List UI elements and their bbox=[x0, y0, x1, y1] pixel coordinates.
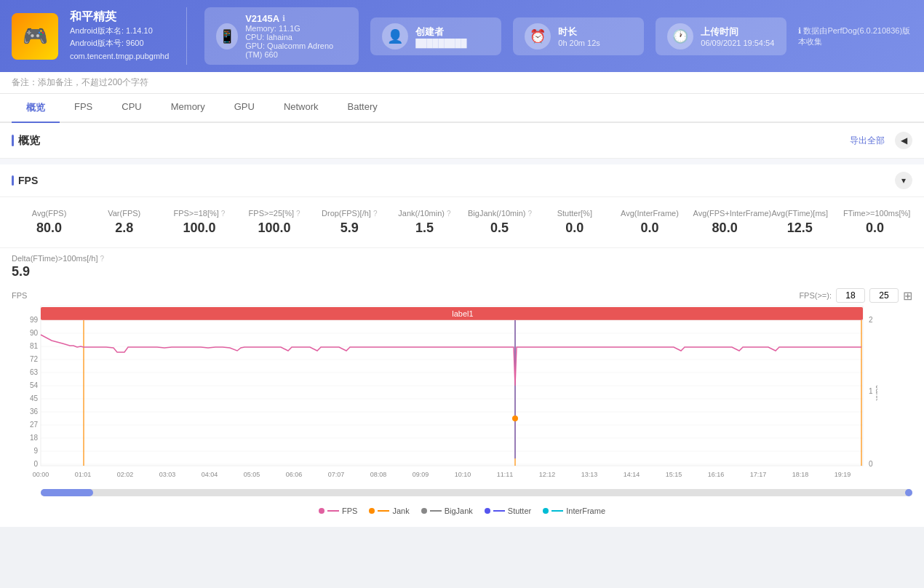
legend-interframe-label: InterFrame bbox=[566, 506, 605, 515]
svg-text:07:07: 07:07 bbox=[328, 471, 345, 478]
svg-text:Jank: Jank bbox=[875, 385, 877, 401]
legend-bigjank: BigJank bbox=[421, 506, 473, 515]
svg-text:17:17: 17:17 bbox=[750, 471, 767, 478]
svg-text:12:12: 12:12 bbox=[539, 471, 556, 478]
svg-text:06:06: 06:06 bbox=[286, 471, 303, 478]
help-icon-4[interactable]: ? bbox=[447, 210, 451, 218]
upload-value: 06/09/2021 19:54:54 bbox=[701, 39, 774, 47]
tab-memory[interactable]: Memory bbox=[156, 94, 220, 123]
creator-icon: 👤 bbox=[382, 23, 408, 49]
delta-label-text: Delta(FTime)>100ms[/h] bbox=[12, 254, 98, 263]
svg-point-35 bbox=[512, 416, 518, 421]
app-name: 和平精英 bbox=[70, 9, 169, 25]
device-memory: Memory: 11.1G bbox=[245, 24, 347, 33]
fps-section-title: FPS bbox=[12, 175, 38, 186]
legend-jank-label: Jank bbox=[392, 506, 409, 515]
svg-text:1: 1 bbox=[869, 387, 873, 395]
tab-gpu[interactable]: GPU bbox=[220, 94, 269, 123]
fps-threshold-input-1[interactable] bbox=[836, 288, 865, 303]
legend-bigjank-label: BigJank bbox=[445, 506, 473, 515]
fps-threshold-controls: FPS(>=): ⊞ bbox=[799, 288, 912, 303]
svg-text:90: 90 bbox=[30, 329, 39, 337]
notes-bar[interactable]: 备注：添加备注，不超过200个字符 bbox=[0, 72, 924, 94]
export-button[interactable]: 导出全部 bbox=[850, 135, 885, 147]
tab-cpu[interactable]: CPU bbox=[107, 94, 156, 123]
svg-text:08:08: 08:08 bbox=[370, 471, 387, 478]
scrollbar-right-handle[interactable] bbox=[905, 489, 912, 496]
help-icon-3[interactable]: ? bbox=[373, 210, 378, 218]
help-icon-2[interactable]: ? bbox=[296, 210, 300, 218]
chart-scrollbar[interactable] bbox=[41, 489, 912, 496]
help-icon-1[interactable]: ? bbox=[221, 210, 226, 218]
chart-legend: FPS Jank BigJank bbox=[12, 501, 912, 521]
notes-placeholder: 备注：添加备注，不超过200个字符 bbox=[12, 77, 148, 87]
creator-label: 创建者 bbox=[415, 25, 466, 39]
legend-stutter: Stutter bbox=[485, 506, 531, 515]
tab-network[interactable]: Network bbox=[269, 94, 333, 123]
creator-card: 👤 创建者 █████████ bbox=[370, 17, 501, 55]
duration-value: 0h 20m 12s bbox=[558, 39, 600, 47]
svg-text:14:14: 14:14 bbox=[624, 471, 640, 478]
main-content: 概览 导出全部 ◀ FPS ▾ Avg(FPS) 80.0 Var(FPS) 2… bbox=[0, 123, 924, 527]
device-card: 📱 V2145A ℹ Memory: 11.1G CPU: lahaina GP… bbox=[204, 7, 359, 65]
delta-help-icon[interactable]: ? bbox=[100, 255, 105, 263]
fps-metrics-grid: Avg(FPS) 80.0 Var(FPS) 2.8 FPS>=18[%] ? … bbox=[0, 197, 924, 248]
svg-text:81: 81 bbox=[30, 342, 39, 350]
svg-text:10:10: 10:10 bbox=[455, 471, 471, 478]
device-gpu: GPU: Qualcomm Adreno (TM) 660 bbox=[245, 41, 347, 59]
svg-text:11:11: 11:11 bbox=[497, 471, 514, 478]
fps-chart-container: FPS FPS(>=): ⊞ label1 bbox=[0, 282, 924, 527]
fps-section: FPS ▾ Avg(FPS) 80.0 Var(FPS) 2.8 FPS>=18… bbox=[0, 164, 924, 527]
svg-text:19:19: 19:19 bbox=[835, 471, 851, 478]
svg-text:27: 27 bbox=[30, 421, 39, 429]
metric-stutter: Stutter[%] 0.0 bbox=[537, 206, 612, 239]
upload-card: 🕐 上传时间 06/09/2021 19:54:54 bbox=[656, 17, 786, 55]
scrollbar-thumb[interactable] bbox=[41, 489, 93, 496]
tab-battery[interactable]: Battery bbox=[333, 94, 392, 123]
svg-text:09:09: 09:09 bbox=[413, 471, 429, 478]
tab-overview[interactable]: 概览 bbox=[12, 94, 60, 123]
duration-card: ⏰ 时长 0h 20m 12s bbox=[513, 17, 644, 55]
help-icon-5[interactable]: ? bbox=[528, 210, 533, 218]
metric-drop-fps: Drop(FPS)[/h] ? 5.9 bbox=[312, 206, 387, 239]
svg-text:05:05: 05:05 bbox=[244, 471, 260, 478]
svg-text:00:00: 00:00 bbox=[33, 471, 49, 478]
fps-section-header: FPS ▾ bbox=[0, 164, 924, 197]
device-id: V2145A bbox=[245, 13, 279, 24]
fps-threshold-input-2[interactable] bbox=[869, 288, 899, 303]
delta-metric: Delta(FTime)>100ms[/h] ? 5.9 bbox=[0, 248, 924, 282]
legend-fps: FPS bbox=[319, 506, 357, 515]
duration-icon: ⏰ bbox=[525, 23, 551, 49]
svg-text:72: 72 bbox=[30, 355, 39, 363]
tab-fps[interactable]: FPS bbox=[60, 94, 107, 123]
metric-ftime-gte-100: FTime>=100ms[%] 0.0 bbox=[837, 206, 912, 239]
android-version-label: Android版本名: bbox=[70, 26, 124, 35]
fps-chart-svg: label1 99 90 8 bbox=[12, 306, 877, 488]
metric-bigjank: BigJank(/10min) ? 0.5 bbox=[462, 206, 537, 239]
chart-settings-icon[interactable]: ⊞ bbox=[903, 289, 912, 303]
legend-jank: Jank bbox=[369, 506, 409, 515]
svg-text:18: 18 bbox=[30, 434, 39, 442]
metric-jank: Jank(/10min) ? 1.5 bbox=[387, 206, 462, 239]
divider1 bbox=[186, 7, 187, 65]
svg-text:99: 99 bbox=[30, 316, 39, 324]
legend-stutter-label: Stutter bbox=[508, 506, 531, 515]
collapse-button[interactable]: ◀ bbox=[895, 132, 912, 149]
delta-value: 5.9 bbox=[12, 264, 912, 279]
fps-collapse-button[interactable]: ▾ bbox=[895, 172, 912, 189]
svg-text:13:13: 13:13 bbox=[581, 471, 598, 478]
android-api: 9600 bbox=[126, 39, 143, 47]
metric-avg-interframe: Avg(InterFrame) 0.0 bbox=[612, 206, 687, 239]
fps-threshold-label: FPS(>=): bbox=[799, 291, 832, 300]
chart-header: FPS FPS(>=): ⊞ bbox=[12, 288, 912, 303]
svg-text:54: 54 bbox=[30, 381, 39, 389]
metric-fps-gte-18: FPS>=18[%] ? 100.0 bbox=[162, 206, 236, 239]
overview-title: 概览 bbox=[12, 134, 40, 148]
svg-text:03:03: 03:03 bbox=[159, 471, 176, 478]
svg-text:45: 45 bbox=[30, 394, 39, 402]
svg-text:01:01: 01:01 bbox=[75, 471, 92, 478]
upload-icon: 🕐 bbox=[667, 23, 693, 49]
device-info-icon: ℹ bbox=[282, 14, 285, 23]
metric-avg-fps: Avg(FPS) 80.0 bbox=[12, 206, 87, 239]
svg-text:63: 63 bbox=[30, 368, 39, 376]
